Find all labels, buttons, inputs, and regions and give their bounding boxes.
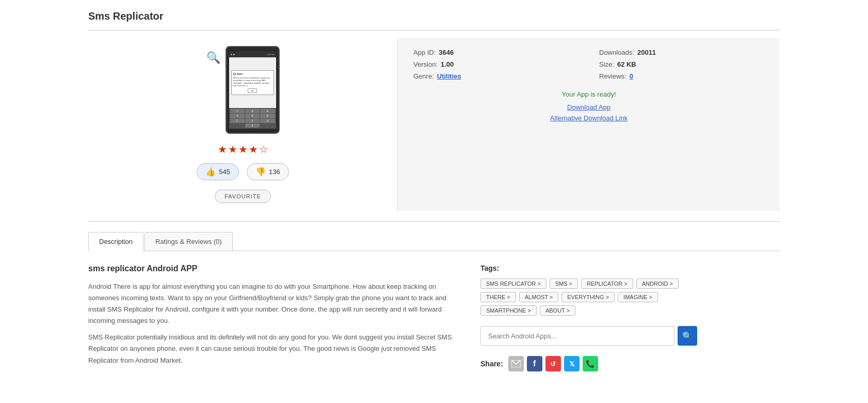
tag-item[interactable]: SMARTPHONE > xyxy=(480,305,537,316)
desc-para-2: SMS Replicator potentially insidious and… xyxy=(88,332,460,366)
email-icon xyxy=(511,360,521,367)
zoom-icon-wrapper[interactable]: 🔍 xyxy=(206,46,220,65)
version-row: Version: 1.00 xyxy=(413,60,578,68)
star-2: ★ xyxy=(228,143,237,156)
search-row: 🔍 xyxy=(480,326,697,346)
download-app-link[interactable]: Download App xyxy=(567,103,610,111)
vote-row: 👍 545 👎 136 xyxy=(197,163,288,180)
content-section: sms replicator Android APP Android There… xyxy=(88,251,780,384)
search-input[interactable] xyxy=(480,326,674,346)
sidebar-col: Tags: SMS REPLICATOR >SMS >REPLICATOR >A… xyxy=(480,264,697,371)
downloads-label: Downloads: xyxy=(599,49,634,56)
tag-item[interactable]: SMS REPLICATOR > xyxy=(480,278,546,289)
like-button[interactable]: 👍 545 xyxy=(197,163,239,180)
reviews-link[interactable]: 0 xyxy=(630,72,633,80)
facebook-icon: f xyxy=(533,359,536,368)
app-screenshot: 2:48 PM Alert Please enter the number(s)… xyxy=(226,46,280,134)
share-twitter-button[interactable]: 𝕏 xyxy=(564,356,580,371)
like-count: 545 xyxy=(219,168,230,176)
info-grid: App ID: 3646 Downloads: 20011 Version: 1… xyxy=(413,49,764,80)
tag-item[interactable]: EVERYTHING > xyxy=(561,292,615,302)
alt-download-link[interactable]: Alternative Download Link xyxy=(550,114,628,122)
reviews-label: Reviews: xyxy=(599,72,626,80)
tags-wrapper: SMS REPLICATOR >SMS >REPLICATOR >ANDROID… xyxy=(480,278,697,316)
downloads-row: Downloads: 20011 xyxy=(599,49,764,56)
dislike-count: 136 xyxy=(269,168,280,176)
app-top-section: 🔍 2:48 PM Alert Please e xyxy=(88,38,780,222)
share-email-button[interactable] xyxy=(508,356,524,371)
star-1: ★ xyxy=(218,143,227,156)
genre-row: Genre: Utilities xyxy=(413,72,578,80)
share-row: Share: f ↺ 𝕏 xyxy=(480,356,697,371)
whatsapp-icon: 📞 xyxy=(586,360,594,368)
tab-ratings[interactable]: Ratings & Reviews (0) xyxy=(144,232,233,251)
share-share-button[interactable]: ↺ xyxy=(545,356,561,371)
search-icon: 🔍 xyxy=(682,331,693,341)
tags-title: Tags: xyxy=(480,264,697,272)
ready-text: Your App is ready! xyxy=(413,90,764,98)
version-value: 1.00 xyxy=(441,60,454,68)
size-value: 62 KB xyxy=(617,60,636,68)
stars-row: ★ ★ ★ ★ ☆ xyxy=(218,143,268,156)
tags-section: Tags: SMS REPLICATOR >SMS >REPLICATOR >A… xyxy=(480,264,697,316)
genre-link[interactable]: Utilities xyxy=(437,72,461,80)
app-id-value: 3646 xyxy=(439,49,454,56)
share-icons: f ↺ 𝕏 📞 xyxy=(508,356,598,371)
search-button[interactable]: 🔍 xyxy=(678,326,697,346)
thumb-down-icon: 👎 xyxy=(255,167,266,177)
thumb-up-icon: 👍 xyxy=(205,167,216,177)
favourite-button[interactable]: FAVOURITE xyxy=(215,190,271,203)
star-3: ★ xyxy=(238,143,248,156)
tag-item[interactable]: REPLICATOR > xyxy=(581,278,633,289)
description-col: sms replicator Android APP Android There… xyxy=(88,264,460,371)
tabs-row: Description Ratings & Reviews (0) xyxy=(88,232,780,251)
tab-description[interactable]: Description xyxy=(88,232,143,251)
image-col: 🔍 2:48 PM Alert Please e xyxy=(88,38,398,211)
downloads-value: 20011 xyxy=(637,49,656,56)
share-facebook-button[interactable]: f xyxy=(527,356,542,371)
star-5-half: ☆ xyxy=(259,143,268,156)
tag-item[interactable]: ANDROID > xyxy=(636,278,679,289)
zoom-icon[interactable]: 🔍 xyxy=(206,51,220,64)
size-label: Size: xyxy=(599,60,614,68)
tag-item[interactable]: THERE > xyxy=(480,292,516,302)
app-info-section: App ID: 3646 Downloads: 20011 Version: 1… xyxy=(398,38,780,211)
app-id-row: App ID: 3646 xyxy=(413,49,578,56)
share-icon-symbol: ↺ xyxy=(550,360,556,368)
twitter-icon: 𝕏 xyxy=(569,360,574,368)
share-label: Share: xyxy=(480,360,503,368)
dislike-button[interactable]: 👎 136 xyxy=(247,163,289,180)
version-label: Version: xyxy=(413,60,438,68)
desc-title: sms replicator Android APP xyxy=(88,264,460,273)
size-row: Size: 62 KB xyxy=(599,60,764,68)
page-title: Sms Replicator xyxy=(88,10,780,22)
star-4: ★ xyxy=(249,143,258,156)
page-container: Sms Replicator 🔍 2:48 PM xyxy=(73,0,795,395)
desc-para-1: Android There is app for almost everythi… xyxy=(88,281,460,327)
app-id-label: App ID: xyxy=(413,49,436,56)
tag-item[interactable]: ALMOST > xyxy=(519,292,559,302)
reviews-row: Reviews: 0 xyxy=(599,72,764,80)
share-whatsapp-button[interactable]: 📞 xyxy=(583,356,598,371)
top-divider xyxy=(88,30,780,30)
download-links: Download App Alternative Download Link xyxy=(413,103,764,122)
tag-item[interactable]: ABOUT > xyxy=(540,305,575,316)
genre-label: Genre: xyxy=(413,72,434,80)
tag-item[interactable]: SMS > xyxy=(550,278,578,289)
tag-item[interactable]: IMAGINE > xyxy=(618,292,658,302)
